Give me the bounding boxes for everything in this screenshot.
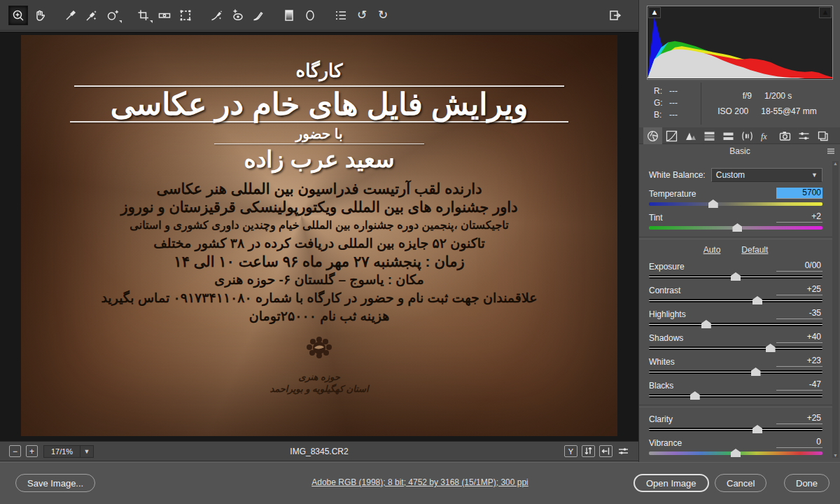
zoom-level-select[interactable]: 17/1% ▼	[43, 445, 94, 458]
tint-slider[interactable]	[649, 226, 822, 230]
transform-tool-icon[interactable]	[176, 6, 195, 24]
zoom-tool-icon[interactable]	[8, 6, 28, 25]
whites-slider[interactable]	[649, 370, 822, 374]
open-image-button[interactable]: Open Image	[634, 474, 709, 492]
exif-readout: f/91/200 s ISO 20018-55@47 mm	[701, 83, 833, 125]
panel-menu-icon[interactable]	[827, 148, 835, 155]
white-balance-tool-icon[interactable]	[62, 6, 80, 24]
tab-tone-curve[interactable]	[662, 127, 681, 144]
temperature-slider[interactable]	[649, 202, 822, 206]
slider-thumb[interactable]	[708, 200, 718, 208]
slider-value[interactable]: +23	[776, 356, 822, 367]
slider-label: Temperature	[649, 189, 696, 199]
tab-snapshots[interactable]	[813, 127, 832, 144]
preview-preferences-icon[interactable]	[617, 445, 630, 457]
cancel-button[interactable]: Cancel	[715, 474, 766, 492]
straighten-tool-icon[interactable]	[155, 6, 174, 24]
r-label: R:	[654, 85, 669, 97]
clarity-slider[interactable]	[649, 428, 822, 431]
poster-body-line: هزینه ثب نام ۲۵۰۰۰تومان	[21, 307, 617, 326]
slider-label: Tint	[649, 213, 663, 223]
poster-body-line: تاجیکستان ،پنجمین دوره جشنواره بین الملل…	[21, 216, 617, 234]
preferences-icon[interactable]	[332, 6, 350, 24]
swap-before-after-button[interactable]	[582, 445, 595, 457]
preview-image[interactable]: کارگاه ویرایش فایل های خام در عکاسی با ح…	[21, 35, 617, 436]
slider-value[interactable]: 5700	[776, 188, 822, 199]
logo-text-line2: استان کهگیلویه و بویراحمد	[21, 383, 617, 395]
white-balance-select[interactable]: Custom ▼	[711, 168, 822, 182]
crop-tool-icon[interactable]	[134, 6, 153, 24]
shadows-slider[interactable]	[649, 346, 822, 350]
slider-thumb[interactable]	[732, 223, 742, 232]
contrast-slider[interactable]	[649, 299, 822, 302]
slider-thumb[interactable]	[731, 272, 741, 281]
default-link[interactable]: Default	[741, 245, 768, 255]
zoom-out-button[interactable]: −	[9, 445, 21, 457]
slider-value[interactable]: +25	[776, 284, 822, 295]
highlights-slider[interactable]	[649, 323, 822, 326]
g-value: ---	[669, 97, 678, 109]
graduated-filter-icon[interactable]	[280, 6, 298, 24]
tab-hsl-grayscale[interactable]	[700, 127, 719, 144]
slider-value[interactable]: -47	[776, 379, 822, 391]
slider-value[interactable]: +2	[776, 211, 822, 223]
slider-label: Shadows	[649, 333, 683, 343]
shadow-clipping-warning-icon[interactable]: ▲	[648, 7, 661, 18]
radial-filter-icon[interactable]	[301, 6, 319, 24]
zoom-in-button[interactable]: +	[26, 445, 38, 457]
slider-value[interactable]: +40	[776, 332, 822, 343]
blacks-slider[interactable]	[649, 394, 822, 398]
slider-thumb[interactable]	[751, 368, 761, 376]
blacks-slider-row: Blacks-47	[649, 379, 822, 398]
slider-value[interactable]: +25	[776, 413, 822, 424]
whites-slider-row: Whites+23	[649, 356, 822, 374]
slider-thumb[interactable]	[690, 391, 700, 400]
poster-presenter: سعید عرب زاده	[21, 146, 617, 173]
copy-settings-button[interactable]	[599, 445, 612, 457]
slider-thumb[interactable]	[766, 344, 776, 352]
color-sampler-tool-icon[interactable]	[83, 6, 101, 24]
highlights-slider-row: Highlights-35	[649, 308, 822, 326]
workflow-options-link[interactable]: Adobe RGB (1998); 8 bit; 4752 by 3168 (1…	[312, 477, 528, 487]
tab-basic[interactable]	[643, 127, 662, 144]
organization-logo: حوزه هنری استان کهگیلویه و بویراحمد	[21, 334, 617, 395]
preview-controls: Y	[564, 445, 630, 457]
before-after-toggle-button[interactable]: Y	[564, 445, 578, 457]
divider	[639, 237, 832, 239]
done-button[interactable]: Done	[784, 474, 830, 492]
slider-label: Highlights	[649, 309, 686, 319]
slider-label: Whites	[649, 357, 675, 367]
spot-removal-tool-icon[interactable]	[207, 6, 225, 24]
exposure-slider[interactable]	[649, 275, 822, 279]
red-eye-tool-icon[interactable]	[228, 6, 246, 24]
g-label: G:	[654, 97, 669, 109]
tab-lens-corrections[interactable]	[738, 127, 757, 144]
slider-thumb[interactable]	[731, 449, 741, 457]
highlight-clipping-warning-icon[interactable]: ▲	[819, 7, 832, 18]
vibrance-slider[interactable]	[649, 451, 822, 455]
toggle-fullscreen-icon[interactable]	[606, 6, 624, 24]
slider-thumb[interactable]	[752, 296, 762, 304]
tab-split-toning[interactable]	[719, 127, 738, 144]
slider-value[interactable]: 0	[776, 437, 822, 448]
tab-detail[interactable]	[681, 127, 700, 144]
adjustments-panel: ▲ ▲ R:--- G:--- B:--- f/91/200 s ISO 200…	[638, 0, 840, 462]
save-image-button[interactable]: Save Image...	[15, 474, 95, 492]
scroll-up-icon[interactable]: ▲	[832, 161, 839, 166]
tab-presets[interactable]	[794, 127, 813, 144]
adjustment-brush-icon[interactable]	[249, 6, 267, 24]
scroll-down-icon[interactable]: ▼	[832, 453, 839, 458]
hand-tool-icon[interactable]	[31, 6, 49, 24]
tab-camera-calibration[interactable]	[776, 127, 794, 144]
slider-value[interactable]: -35	[776, 308, 822, 319]
slider-thumb[interactable]	[752, 425, 762, 433]
targeted-adjustment-tool-icon[interactable]	[104, 6, 122, 24]
rotate-left-icon[interactable]: ↺	[353, 6, 371, 24]
slider-thumb[interactable]	[701, 320, 711, 328]
slider-value[interactable]: 0/00	[776, 260, 822, 272]
zoom-level-value: 17/1%	[44, 447, 80, 456]
auto-link[interactable]: Auto	[704, 245, 721, 255]
rotate-right-icon[interactable]: ↻	[374, 6, 392, 24]
panel-scrollbar[interactable]: ▲ ▼	[832, 161, 839, 458]
tab-effects[interactable]: fx	[757, 127, 776, 144]
